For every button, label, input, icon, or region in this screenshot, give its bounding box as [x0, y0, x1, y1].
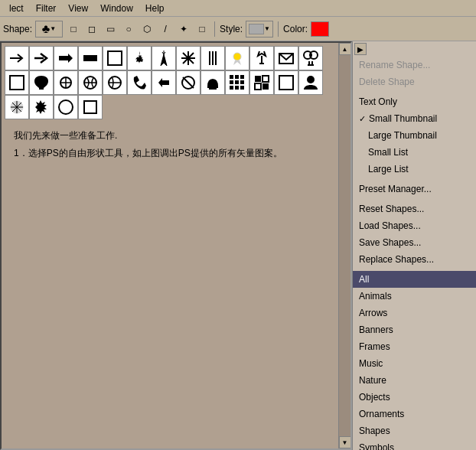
nature-item[interactable]: Nature — [353, 372, 476, 389]
save-shapes-item[interactable]: Save Shapes... — [353, 234, 476, 251]
shape-cell[interactable] — [54, 46, 78, 70]
menu-window[interactable]: Window — [94, 2, 139, 15]
shape-custom-btn[interactable]: ✦ — [176, 21, 191, 37]
shape-grid — [2, 43, 350, 122]
main-area: 我们先来做一些准备工作. 1．选择PS的自由形状工具，如上图调出PS提供的所有矢… — [0, 41, 476, 450]
shape-rounded-btn[interactable]: ▭ — [103, 21, 118, 37]
shape-cell[interactable] — [5, 46, 29, 70]
shape-poly-btn[interactable]: ⬡ — [139, 21, 155, 37]
replace-shapes-item[interactable]: Replace Shapes... — [353, 251, 476, 268]
shape-cell[interactable] — [201, 70, 225, 95]
shape-cell[interactable] — [274, 46, 298, 70]
menu-filter[interactable]: Filter — [30, 2, 63, 15]
shape-cell[interactable] — [103, 70, 127, 95]
delete-shape-item[interactable]: Delete Shape — [353, 73, 476, 90]
load-shapes-item[interactable]: Load Shapes... — [353, 217, 476, 234]
shape-cell[interactable] — [225, 46, 249, 70]
svg-point-41 — [307, 76, 315, 83]
shape-cell[interactable] — [54, 95, 78, 119]
rename-shape-item[interactable]: Rename Shape... — [353, 57, 476, 73]
shape-selector[interactable]: ♣ ▼ — [35, 21, 63, 38]
shape-cell[interactable] — [298, 70, 323, 95]
shape-panel: 我们先来做一些准备工作. 1．选择PS的自由形状工具，如上图调出PS提供的所有矢… — [0, 41, 352, 450]
scrollbar-down-btn[interactable]: ▼ — [339, 436, 351, 448]
small-list-item[interactable]: Small List — [353, 144, 476, 161]
text-line2: 1．选择PS的自由形状工具，如上图调出PS提供的所有矢量图案。 — [14, 146, 338, 161]
style-selector[interactable]: ▼ — [246, 21, 273, 38]
shape-cell[interactable] — [176, 46, 201, 70]
banners-item[interactable]: Banners — [353, 321, 476, 338]
shape-cell[interactable] — [274, 70, 298, 95]
svg-rect-27 — [230, 75, 233, 79]
animals-item[interactable]: Animals — [353, 288, 476, 305]
shape-cell[interactable] — [127, 46, 152, 70]
text-content: 我们先来做一些准备工作. 1．选择PS的自由形状工具，如上图调出PS提供的所有矢… — [2, 122, 350, 170]
shape-cell[interactable] — [78, 46, 103, 70]
svg-rect-32 — [240, 80, 244, 84]
svg-rect-35 — [240, 86, 244, 90]
shape-cell[interactable] — [152, 70, 176, 95]
shape-cell[interactable] — [54, 70, 78, 95]
svg-rect-48 — [84, 101, 96, 113]
svg-rect-30 — [230, 80, 233, 84]
reset-shapes-item[interactable]: Reset Shapes... — [353, 201, 476, 217]
large-thumbnail-item[interactable]: Large Thumbnail — [353, 127, 476, 144]
shapes-section: Reset Shapes... Load Shapes... Save Shap… — [353, 201, 476, 268]
objects-item[interactable]: Objects — [353, 389, 476, 406]
shape-cell[interactable] — [127, 70, 152, 95]
shape-cell[interactable] — [78, 70, 103, 95]
panel-expand-btn[interactable]: ▶ — [354, 43, 367, 55]
svg-rect-38 — [255, 83, 261, 90]
style-label: Style: — [220, 24, 243, 34]
shape-rect2-btn[interactable]: ◻ — [84, 21, 99, 37]
menu-lect[interactable]: lect — [3, 2, 30, 15]
shape-cell[interactable] — [5, 95, 29, 119]
dropdown-section: Rename Shape... Delete Shape — [353, 57, 476, 90]
shape-cell[interactable] — [249, 70, 274, 95]
shape-cell[interactable] — [29, 95, 54, 119]
shape-cell[interactable] — [29, 46, 54, 70]
style-dropdown-arrow: ▼ — [264, 25, 270, 32]
shape-cell[interactable] — [298, 46, 323, 70]
shape-cell[interactable] — [29, 70, 54, 95]
svg-rect-0 — [83, 55, 97, 61]
shape-cell[interactable] — [152, 46, 176, 70]
ornaments-item[interactable]: Ornaments — [353, 406, 476, 422]
shape-check-btn[interactable]: □ — [194, 21, 210, 37]
svg-rect-36 — [255, 76, 261, 82]
separator1 — [214, 21, 215, 37]
separator2 — [278, 21, 279, 37]
shape-cell[interactable] — [103, 46, 127, 70]
svg-rect-31 — [235, 80, 239, 84]
shape-line-btn[interactable]: / — [158, 21, 173, 37]
shape-cell[interactable] — [249, 46, 274, 70]
scrollbar-up-btn[interactable]: ▲ — [339, 43, 351, 55]
color-picker[interactable] — [311, 21, 329, 37]
frames-item[interactable]: Frames — [353, 338, 476, 355]
menu-view[interactable]: View — [62, 2, 94, 15]
shape-rect-btn[interactable]: □ — [66, 21, 81, 37]
text-only-item[interactable]: Text Only — [353, 93, 476, 110]
shape-circle-btn[interactable]: ○ — [121, 21, 136, 37]
svg-point-9 — [233, 53, 241, 60]
all-item[interactable]: All — [353, 271, 476, 288]
large-list-item[interactable]: Large List — [353, 161, 476, 178]
preset-manager-item[interactable]: Preset Manager... — [353, 181, 476, 197]
menu-help[interactable]: Help — [139, 2, 171, 15]
shapes-item[interactable]: Shapes — [353, 422, 476, 439]
shape-label: Shape: — [3, 24, 32, 34]
arrows-item[interactable]: Arrows — [353, 305, 476, 321]
svg-line-25 — [183, 77, 194, 88]
scrollbar-track[interactable] — [339, 55, 351, 436]
shape-cell[interactable] — [201, 46, 225, 70]
svg-rect-34 — [235, 86, 239, 90]
shape-cell[interactable] — [176, 70, 201, 95]
symbols-item[interactable]: Symbols — [353, 439, 476, 450]
svg-rect-16 — [10, 76, 24, 90]
small-thumbnail-item[interactable]: Small Thumbnail — [353, 110, 476, 127]
svg-rect-39 — [262, 83, 269, 90]
music-item[interactable]: Music — [353, 355, 476, 372]
shape-cell[interactable] — [78, 95, 103, 119]
shape-cell[interactable] — [5, 70, 29, 95]
shape-cell[interactable] — [225, 70, 249, 95]
